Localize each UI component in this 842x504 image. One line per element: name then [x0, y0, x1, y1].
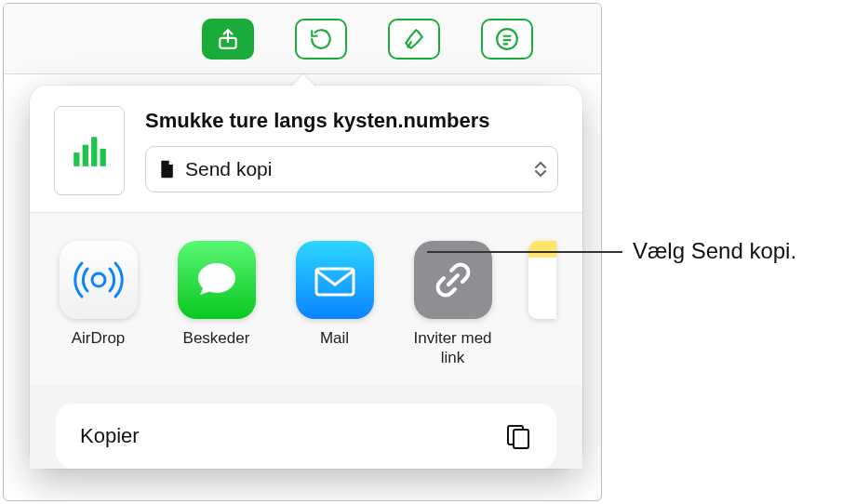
toolbar [4, 4, 601, 74]
svg-rect-5 [100, 149, 106, 166]
undo-button[interactable] [295, 19, 347, 60]
share-button[interactable] [202, 19, 254, 60]
share-sheet: Smukke ture langs kysten.numbers Send ko… [30, 86, 582, 469]
document-thumbnail [54, 106, 125, 195]
app-label: Mail [320, 328, 349, 348]
chevron-up-down-icon [535, 161, 546, 178]
app-label: AirDrop [72, 328, 126, 348]
numbers-doc-icon [70, 131, 109, 170]
format-button[interactable] [388, 19, 440, 60]
document-glyph-icon [159, 160, 176, 179]
svg-rect-9 [514, 430, 528, 448]
header-right: Smukke ture langs kysten.numbers Send ko… [145, 109, 558, 192]
mail-icon [296, 241, 374, 319]
copy-label: Kopier [80, 424, 140, 448]
file-title: Smukke ture langs kysten.numbers [145, 109, 558, 133]
app-label: Inviter med link [410, 328, 495, 368]
copy-icon [504, 422, 532, 450]
callout-text: Vælg Send kopi. [633, 238, 796, 264]
svg-point-6 [92, 273, 105, 286]
airdrop-icon [60, 241, 138, 319]
share-target-airdrop[interactable]: AirDrop [56, 241, 140, 368]
svg-rect-3 [83, 145, 88, 166]
share-icon [216, 27, 240, 51]
app-label: Beskeder [183, 328, 250, 348]
messages-icon [178, 241, 256, 319]
callout-line [427, 251, 622, 253]
popover-arrow [290, 74, 316, 87]
undo-icon [309, 27, 333, 51]
brush-icon [402, 27, 426, 51]
send-copy-select[interactable]: Send kopi [145, 146, 558, 192]
share-target-messages[interactable]: Beskeder [174, 241, 259, 368]
sheet-header: Smukke ture langs kysten.numbers Send ko… [30, 86, 582, 212]
svg-rect-2 [74, 153, 79, 166]
svg-rect-7 [316, 269, 354, 295]
share-target-notes[interactable] [528, 241, 556, 368]
actions-area: Kopier [30, 385, 582, 469]
share-apps-row[interactable]: AirDrop Beskeder Mail Inviter med link [30, 213, 582, 385]
more-button[interactable] [481, 19, 533, 60]
svg-rect-4 [91, 137, 97, 166]
share-target-mail[interactable]: Mail [292, 241, 377, 368]
list-icon [495, 27, 519, 51]
share-target-invite-link[interactable]: Inviter med link [410, 241, 495, 368]
send-select-label: Send kopi [185, 158, 272, 180]
copy-action[interactable]: Kopier [56, 404, 556, 469]
